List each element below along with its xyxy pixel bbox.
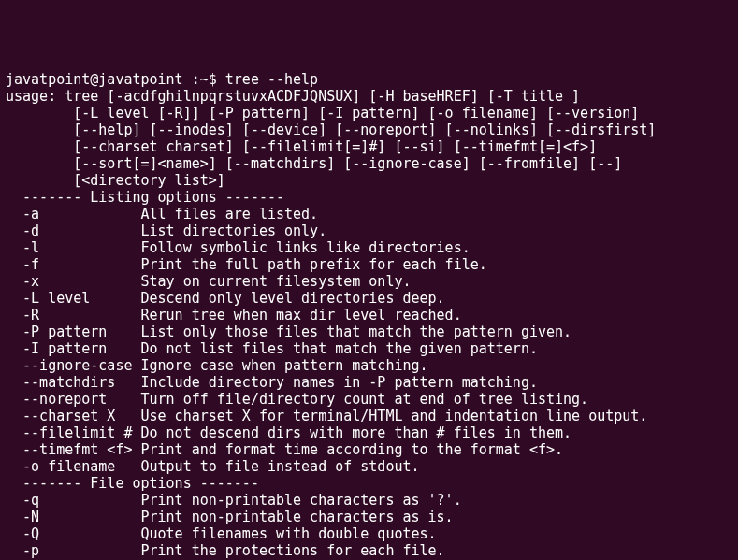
prompt-line: javatpoint@javatpoint :~$ tree --help bbox=[6, 71, 732, 88]
option-flag: -N bbox=[6, 509, 141, 525]
option-flag: -l bbox=[6, 239, 141, 256]
option-line: -p Print the protections for each file. bbox=[6, 542, 732, 559]
option-description: Turn off file/directory count at end of … bbox=[141, 391, 589, 408]
option-flag: --charset X bbox=[6, 408, 141, 424]
option-flag: -I pattern bbox=[6, 340, 141, 357]
option-flag: -d bbox=[6, 223, 141, 239]
option-flag: -q bbox=[6, 492, 141, 509]
section-header: ------- Listing options ------- bbox=[6, 189, 732, 206]
option-flag: -p bbox=[6, 542, 141, 559]
option-description: Do not list files that match the given p… bbox=[141, 340, 538, 357]
option-line: -x Stay on current filesystem only. bbox=[6, 273, 732, 290]
option-description: Include directory names in -P pattern ma… bbox=[141, 374, 538, 391]
option-flag: --noreport bbox=[6, 391, 141, 408]
option-description: Do not descend dirs with more than # fil… bbox=[141, 424, 572, 441]
option-line: -Q Quote filenames with double quotes. bbox=[6, 525, 732, 542]
option-flag: -L level bbox=[6, 290, 141, 307]
option-description: Use charset X for terminal/HTML and inde… bbox=[141, 408, 648, 424]
option-description: Rerun tree when max dir level reached. bbox=[141, 307, 462, 323]
option-flag: -x bbox=[6, 273, 141, 290]
option-description: List directories only. bbox=[141, 223, 327, 239]
option-flag: -f bbox=[6, 256, 141, 273]
option-flag: -a bbox=[6, 206, 141, 223]
usage-line: [--charset charset] [--filelimit[=]#] [-… bbox=[6, 138, 732, 155]
option-line: -f Print the full path prefix for each f… bbox=[6, 256, 732, 273]
option-line: --noreport Turn off file/directory count… bbox=[6, 391, 732, 408]
option-flag: --matchdirs bbox=[6, 374, 141, 391]
option-flag: --filelimit # bbox=[6, 424, 141, 441]
option-description: Descend only level directories deep. bbox=[141, 290, 445, 307]
shell-prompt: javatpoint@javatpoint :~$ bbox=[6, 71, 225, 88]
option-description: Print the full path prefix for each file… bbox=[141, 256, 487, 273]
option-flag: --timefmt <f> bbox=[6, 441, 141, 458]
option-line: -P pattern List only those files that ma… bbox=[6, 323, 732, 340]
option-flag: -R bbox=[6, 307, 141, 323]
option-line: --matchdirs Include directory names in -… bbox=[6, 374, 732, 391]
option-flag: -o filename bbox=[6, 458, 141, 475]
option-description: Quote filenames with double quotes. bbox=[141, 525, 437, 542]
option-description: List only those files that match the pat… bbox=[141, 323, 572, 340]
option-description: Follow symbolic links like directories. bbox=[141, 239, 470, 256]
option-line: -L level Descend only level directories … bbox=[6, 290, 732, 307]
option-description: Print non-printable characters as '?'. bbox=[141, 492, 462, 509]
option-line: -I pattern Do not list files that match … bbox=[6, 340, 732, 357]
entered-command: tree --help bbox=[225, 71, 318, 88]
option-line: -a All files are listed. bbox=[6, 206, 732, 223]
option-description: Output to file instead of stdout. bbox=[141, 458, 420, 475]
option-description: Stay on current filesystem only. bbox=[141, 273, 412, 290]
usage-line: [<directory list>] bbox=[6, 172, 732, 189]
option-description: Print the protections for each file. bbox=[141, 542, 445, 559]
option-description: All files are listed. bbox=[141, 206, 319, 223]
option-line: -d List directories only. bbox=[6, 223, 732, 239]
option-line: --ignore-case Ignore case when pattern m… bbox=[6, 357, 732, 374]
terminal-output: javatpoint@javatpoint :~$ tree --helpusa… bbox=[6, 71, 732, 560]
option-line: -q Print non-printable characters as '?'… bbox=[6, 492, 732, 509]
usage-line: [--help] [--inodes] [--device] [--norepo… bbox=[6, 122, 732, 138]
option-line: -l Follow symbolic links like directorie… bbox=[6, 239, 732, 256]
option-flag: -Q bbox=[6, 525, 141, 542]
option-description: Ignore case when pattern matching. bbox=[141, 357, 428, 374]
usage-line: [-L level [-R]] [-P pattern] [-I pattern… bbox=[6, 105, 732, 122]
option-line: -o filename Output to file instead of st… bbox=[6, 458, 732, 475]
option-description: Print non-printable characters as is. bbox=[141, 509, 454, 525]
option-line: --charset X Use charset X for terminal/H… bbox=[6, 408, 732, 424]
option-line: --timefmt <f> Print and format time acco… bbox=[6, 441, 732, 458]
usage-line: [--sort[=]<name>] [--matchdirs] [--ignor… bbox=[6, 155, 732, 172]
option-line: -N Print non-printable characters as is. bbox=[6, 509, 732, 525]
option-line: -R Rerun tree when max dir level reached… bbox=[6, 307, 732, 323]
option-flag: --ignore-case bbox=[6, 357, 141, 374]
section-header: ------- File options ------- bbox=[6, 475, 732, 492]
usage-line: usage: tree [-acdfghilnpqrstuvxACDFJQNSU… bbox=[6, 88, 732, 105]
option-flag: -P pattern bbox=[6, 323, 141, 340]
option-line: --filelimit # Do not descend dirs with m… bbox=[6, 424, 732, 441]
option-description: Print and format time according to the f… bbox=[141, 441, 564, 458]
